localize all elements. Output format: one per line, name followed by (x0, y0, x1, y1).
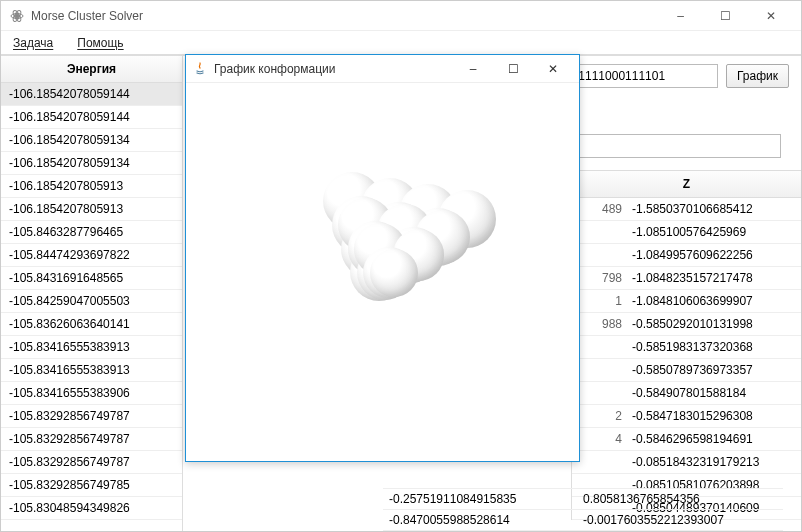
energy-row[interactable]: -106.1854207805913 (1, 198, 182, 221)
table-row[interactable]: -0.8470055988528614-0.001760355221239300… (383, 510, 783, 531)
code-input[interactable] (558, 64, 718, 88)
dialog-maximize-button[interactable]: ☐ (493, 56, 533, 82)
energy-list[interactable]: -106.18542078059144-106.18542078059144-1… (1, 83, 182, 531)
energy-row[interactable]: -105.83626063640141 (1, 313, 182, 336)
z-row[interactable]: -0.5851983137320368 (572, 336, 801, 359)
z-row[interactable]: -1.0849957609622256 (572, 244, 801, 267)
minimize-button[interactable]: – (658, 2, 703, 30)
energy-row[interactable]: -105.8463287796465 (1, 221, 182, 244)
energy-row[interactable]: -105.84474293697822 (1, 244, 182, 267)
bottom-rows: -0.257519110849158350.8058136765854356-0… (383, 488, 783, 531)
z-row[interactable]: 1-1.0848106063699907 (572, 290, 801, 313)
menu-help[interactable]: Помощь (73, 34, 127, 52)
dialog-controls: – ☐ ✕ (453, 56, 573, 82)
z-row[interactable]: 988-0.5850292010131998 (572, 313, 801, 336)
graph-button[interactable]: График (726, 64, 789, 88)
table-row[interactable]: -0.257519110849158350.8058136765854356 (383, 489, 783, 510)
z-header: Z (572, 170, 801, 198)
z-row[interactable]: 489-1.5850370106685412 (572, 198, 801, 221)
energy-row[interactable]: -105.83416555383913 (1, 336, 182, 359)
energy-header: Энергия (1, 56, 182, 83)
menubar: Задача Помощь (1, 31, 801, 55)
titlebar: Morse Cluster Solver – ☐ ✕ (1, 1, 801, 31)
close-button[interactable]: ✕ (748, 2, 793, 30)
z-row[interactable]: -1.085100576425969 (572, 221, 801, 244)
energy-row[interactable]: -105.83292856749787 (1, 451, 182, 474)
dialog-body[interactable] (186, 83, 579, 461)
app-icon (9, 8, 25, 24)
energy-row[interactable]: -106.18542078059144 (1, 83, 182, 106)
energy-row[interactable]: -105.83416555383906 (1, 382, 182, 405)
energy-row[interactable]: -106.18542078059134 (1, 152, 182, 175)
z-column: Z 489-1.5850370106685412-1.0851005764259… (571, 170, 801, 520)
java-icon (192, 61, 208, 77)
dialog-close-button[interactable]: ✕ (533, 56, 573, 82)
energy-row[interactable]: -106.1854207805913 (1, 175, 182, 198)
app-title: Morse Cluster Solver (31, 9, 658, 23)
dialog-title: График конформации (214, 62, 453, 76)
maximize-button[interactable]: ☐ (703, 2, 748, 30)
energy-row[interactable]: -105.83048594349826 (1, 497, 182, 520)
energy-row[interactable]: -106.18542078059144 (1, 106, 182, 129)
z-row[interactable]: 4-0.5846296598194691 (572, 428, 801, 451)
energy-sidebar: Энергия -106.18542078059144-106.18542078… (1, 56, 183, 531)
z-row[interactable]: 2-0.5847183015296308 (572, 405, 801, 428)
conformation-dialog: График конформации – ☐ ✕ (185, 54, 580, 462)
energy-row[interactable]: -105.83292856749785 (1, 474, 182, 497)
z-row[interactable]: -0.584907801588184 (572, 382, 801, 405)
menu-task[interactable]: Задача (9, 34, 57, 52)
energy-row[interactable]: -105.8431691648565 (1, 267, 182, 290)
filter-input[interactable] (571, 134, 781, 158)
energy-row[interactable]: -105.83416555383913 (1, 359, 182, 382)
window-controls: – ☐ ✕ (658, 2, 793, 30)
cluster-visual (223, 132, 543, 412)
svg-point-0 (15, 14, 19, 18)
energy-row[interactable]: -105.83292856749787 (1, 405, 182, 428)
z-row[interactable]: 798-1.0848235157217478 (572, 267, 801, 290)
energy-row[interactable]: -105.83292856749787 (1, 428, 182, 451)
z-list[interactable]: 489-1.5850370106685412-1.085100576425969… (572, 198, 801, 520)
energy-row[interactable]: -105.84259047005503 (1, 290, 182, 313)
dialog-titlebar: График конформации – ☐ ✕ (186, 55, 579, 83)
energy-row[interactable]: -106.18542078059134 (1, 129, 182, 152)
dialog-minimize-button[interactable]: – (453, 56, 493, 82)
top-controls: График (558, 64, 789, 88)
z-row[interactable]: -0.08518432319179213 (572, 451, 801, 474)
z-row[interactable]: -0.5850789736973357 (572, 359, 801, 382)
